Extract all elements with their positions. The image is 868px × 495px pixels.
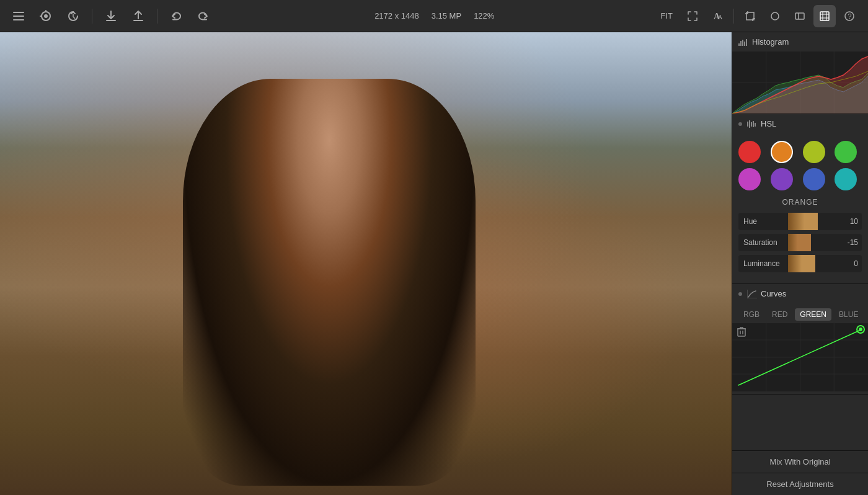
hue-track[interactable]: [788, 213, 842, 230]
image-zoom: 122%: [474, 11, 494, 20]
cyan-swatch[interactable]: [835, 168, 857, 190]
download-button[interactable]: [100, 5, 122, 27]
luminance-slider-row[interactable]: Luminance 0: [738, 255, 862, 272]
curves-section: Curves RGB RED GREEN BLUE: [732, 284, 868, 395]
panel-bottom: Mix With Original Reset Adjustments: [732, 450, 868, 495]
svg-rect-41: [755, 123, 756, 127]
image-dimensions: 2172 x 1448: [374, 11, 419, 20]
orange-swatch[interactable]: [771, 141, 793, 163]
help-button[interactable]: ?: [838, 5, 861, 27]
mix-with-original-button[interactable]: Mix With Original: [732, 450, 868, 473]
circle-tool-button[interactable]: [764, 5, 786, 27]
svg-rect-0: [13, 12, 24, 13]
luminance-value: 0: [842, 259, 862, 268]
curves-dot: [738, 292, 742, 296]
curves-label: Curves: [761, 289, 786, 298]
svg-rect-6: [133, 20, 143, 21]
crop-tool-button[interactable]: [739, 5, 761, 27]
hue-label: Hue: [738, 217, 788, 226]
history-button[interactable]: [62, 5, 84, 27]
image-megapixels: 3.15 MP: [432, 11, 461, 20]
curves-icon: [747, 290, 757, 298]
histogram-section: Histogram: [732, 32, 868, 114]
svg-text:?: ?: [848, 12, 852, 20]
violet-swatch[interactable]: [771, 168, 793, 190]
sync-button[interactable]: [35, 5, 57, 27]
toolbar-separator: [92, 9, 92, 24]
yellow-green-swatch[interactable]: [803, 141, 825, 163]
image-info: 2172 x 1448 3.15 MP 122%: [215, 11, 655, 20]
tab-rgb[interactable]: RGB: [738, 308, 764, 321]
svg-text:A: A: [718, 14, 722, 20]
panel-tool-button[interactable]: [789, 5, 811, 27]
svg-point-56: [859, 328, 862, 331]
blue-swatch[interactable]: [803, 168, 825, 190]
svg-rect-44: [738, 329, 745, 336]
hsl-icon: [747, 120, 757, 128]
svg-rect-38: [749, 120, 750, 128]
reset-adjustments-button[interactable]: Reset Adjustments: [732, 473, 868, 495]
hsl-controls: ORANGE Hue 10 Saturation -15: [732, 133, 868, 283]
curves-header: Curves: [732, 284, 868, 303]
photo-image: [0, 32, 732, 495]
text-tool-button[interactable]: A A: [706, 5, 728, 27]
svg-rect-27: [744, 42, 745, 46]
menu-button[interactable]: [7, 5, 30, 27]
svg-rect-2: [13, 19, 24, 20]
svg-rect-28: [746, 39, 747, 46]
share-button[interactable]: [127, 5, 149, 27]
luminance-track[interactable]: [788, 255, 842, 272]
tab-green[interactable]: GREEN: [795, 308, 831, 321]
color-swatches: [738, 141, 862, 190]
green-swatch[interactable]: [835, 141, 857, 163]
svg-rect-5: [106, 20, 116, 21]
purple-swatch[interactable]: [738, 168, 761, 190]
toolbar-separator-2: [157, 9, 157, 24]
tab-blue[interactable]: BLUE: [834, 308, 863, 321]
select-tool-button[interactable]: [813, 5, 836, 27]
svg-rect-1: [13, 16, 24, 17]
svg-rect-24: [738, 43, 740, 46]
toolbar-sep-tools: [733, 9, 734, 24]
histogram-icon: [738, 38, 748, 46]
curves-display: [732, 323, 868, 391]
svg-rect-25: [740, 41, 742, 46]
curves-trash-button[interactable]: [737, 327, 746, 339]
curves-tabs: RGB RED GREEN BLUE: [732, 303, 868, 323]
luminance-label: Luminance: [738, 259, 788, 268]
hsl-label: HSL: [761, 119, 776, 128]
selected-color-label: ORANGE: [738, 198, 862, 207]
toolbar: 2172 x 1448 3.15 MP 122% FIT A A: [0, 0, 868, 32]
hue-value: 10: [842, 217, 862, 226]
hsl-dot: [738, 122, 742, 126]
saturation-slider-row[interactable]: Saturation -15: [738, 234, 862, 251]
hsl-section: HSL ORANGE Hue: [732, 114, 868, 284]
hsl-header: HSL: [732, 114, 868, 133]
saturation-value: -15: [842, 238, 862, 247]
histogram-label: Histogram: [752, 37, 789, 47]
right-panel: Histogram: [732, 32, 868, 495]
main-content: Histogram: [0, 32, 868, 495]
histogram-header: Histogram: [732, 32, 868, 51]
redo-button[interactable]: [192, 5, 215, 27]
photo-area[interactable]: [0, 32, 732, 495]
svg-rect-26: [742, 40, 743, 46]
undo-button[interactable]: [165, 5, 187, 27]
saturation-track[interactable]: [788, 234, 842, 251]
saturation-label: Saturation: [738, 238, 788, 247]
hue-slider-row[interactable]: Hue 10: [738, 213, 862, 230]
red-swatch[interactable]: [738, 141, 761, 163]
svg-point-4: [44, 14, 48, 18]
fit-button[interactable]: FIT: [655, 9, 680, 23]
svg-rect-37: [747, 122, 748, 127]
histogram-display: [732, 51, 868, 114]
svg-rect-15: [795, 13, 804, 19]
svg-rect-40: [753, 121, 754, 127]
svg-rect-39: [751, 122, 752, 127]
svg-rect-17: [820, 12, 829, 20]
tab-red[interactable]: RED: [767, 308, 792, 321]
fullscreen-button[interactable]: [681, 5, 704, 27]
svg-point-14: [771, 12, 779, 20]
